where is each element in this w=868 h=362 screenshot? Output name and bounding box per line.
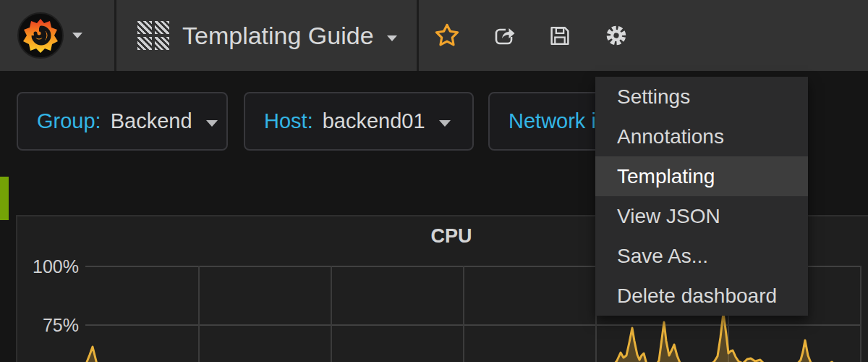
settings-dropdown-menu: Settings Annotations Templating View JSO…	[595, 77, 808, 316]
y-axis-tick: 100%	[17, 256, 79, 277]
chevron-down-icon	[206, 120, 218, 127]
top-navbar: Templating Guide	[0, 0, 868, 71]
share-dashboard-button[interactable]	[475, 0, 532, 71]
menu-item-settings[interactable]: Settings	[595, 77, 808, 117]
divider	[114, 0, 116, 71]
grafana-logo-icon	[17, 12, 64, 59]
variable-value: backend01	[323, 109, 425, 133]
variable-value: Backend	[111, 109, 192, 133]
star-icon	[433, 22, 461, 49]
share-icon	[490, 23, 516, 48]
gridline	[331, 266, 332, 362]
dashboard-grid-icon	[137, 21, 169, 50]
menu-item-view-json[interactable]: View JSON	[595, 196, 808, 236]
dashboard-settings-button[interactable]	[588, 0, 644, 71]
star-dashboard-button[interactable]	[419, 0, 475, 71]
variable-label: Group:	[37, 109, 101, 133]
gridline	[198, 266, 200, 362]
dashboard-title-dropdown[interactable]: Templating Guide	[137, 0, 397, 71]
variable-label: Network i	[509, 109, 596, 133]
grafana-menu-button[interactable]	[17, 12, 87, 59]
variable-label: Host:	[264, 109, 313, 133]
chevron-down-icon	[439, 120, 451, 127]
chevron-down-icon	[387, 35, 397, 41]
row-toggle-bar[interactable]	[0, 177, 9, 220]
save-dashboard-button[interactable]	[532, 0, 588, 71]
menu-item-save-as[interactable]: Save As...	[595, 236, 808, 276]
gridline	[860, 266, 861, 362]
menu-item-annotations[interactable]: Annotations	[595, 117, 808, 156]
menu-item-delete-dashboard[interactable]: Delete dashboard	[595, 276, 808, 316]
dashboard-title: Templating Guide	[182, 22, 374, 50]
save-icon	[548, 25, 571, 47]
menu-item-templating[interactable]: Templating	[595, 156, 808, 196]
chevron-down-icon	[72, 33, 82, 38]
gridline	[85, 324, 860, 326]
variable-dropdown-group[interactable]: Group: Backend	[17, 92, 228, 151]
gridline	[463, 266, 464, 362]
gear-icon	[605, 24, 628, 47]
variable-dropdown-host[interactable]: Host: backend01	[244, 92, 474, 151]
y-axis-tick: 75%	[17, 314, 79, 336]
